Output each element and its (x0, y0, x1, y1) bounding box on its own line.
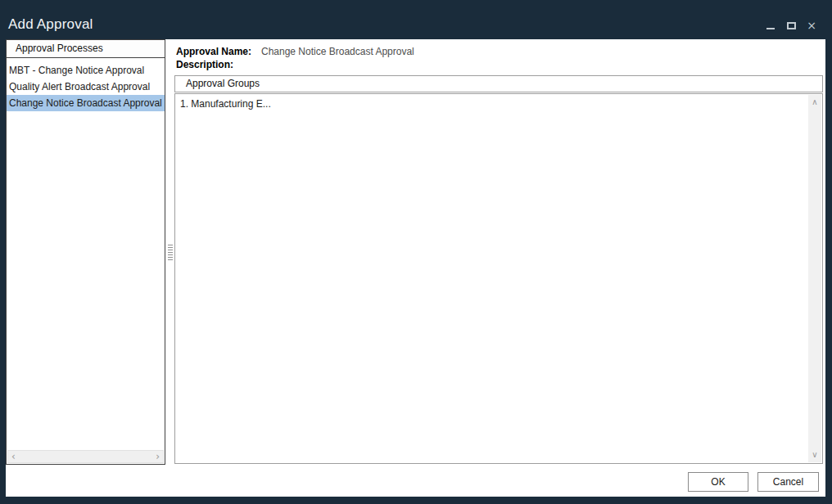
ok-button[interactable]: OK (688, 472, 748, 492)
minimize-button[interactable] (765, 20, 776, 31)
approval-detail-pane: Approval Name: Change Notice Broadcast A… (174, 39, 823, 465)
approval-process-item[interactable]: MBT - Change Notice Approval (7, 62, 165, 79)
scroll-down-icon[interactable]: ∨ (812, 450, 817, 460)
approval-process-item-selected[interactable]: Change Notice Broadcast Approval (7, 95, 165, 111)
close-button[interactable]: × (806, 20, 817, 31)
window-title: Add Approval (8, 16, 93, 33)
column-header-approval-processes[interactable]: Approval Processes (7, 40, 165, 58)
minimize-icon (766, 28, 775, 29)
approval-name-label: Approval Name: (176, 46, 251, 57)
maximize-icon (787, 22, 796, 29)
panel-splitter[interactable] (166, 39, 174, 465)
dialog-content: Approval Processes MBT - Change Notice A… (6, 39, 825, 497)
column-header-approval-groups[interactable]: Approval Groups (174, 75, 823, 92)
approval-process-list: MBT - Change Notice Approval Quality Ale… (7, 58, 165, 111)
horizontal-scrollbar[interactable]: ‹ › (7, 450, 164, 463)
approval-group-item[interactable]: 1. Manufacturing E... (175, 94, 822, 110)
vertical-scrollbar[interactable]: ∧ ∨ (808, 95, 821, 462)
window-controls: × (765, 20, 817, 31)
maximize-button[interactable] (785, 20, 797, 31)
description-label: Description: (176, 59, 233, 70)
title-bar: Add Approval × (0, 0, 832, 39)
approval-name-row: Approval Name: Change Notice Broadcast A… (176, 46, 251, 57)
scroll-right-icon[interactable]: › (156, 452, 160, 461)
approval-processes-panel: Approval Processes MBT - Change Notice A… (6, 39, 165, 465)
approval-process-item[interactable]: Quality Alert Broadcast Approval (7, 79, 165, 95)
description-row: Description: (176, 59, 233, 70)
approval-name-value: Change Notice Broadcast Approval (261, 46, 414, 57)
approval-groups-list: 1. Manufacturing E... ∧ ∨ (174, 93, 823, 464)
close-icon: × (807, 20, 816, 31)
scroll-left-icon[interactable]: ‹ (11, 452, 16, 461)
cancel-button[interactable]: Cancel (757, 472, 819, 492)
splitter-grip-icon (168, 245, 173, 260)
add-approval-dialog: Add Approval × Approval Processes MBT - … (0, 0, 832, 504)
scroll-up-icon[interactable]: ∧ (812, 97, 817, 107)
